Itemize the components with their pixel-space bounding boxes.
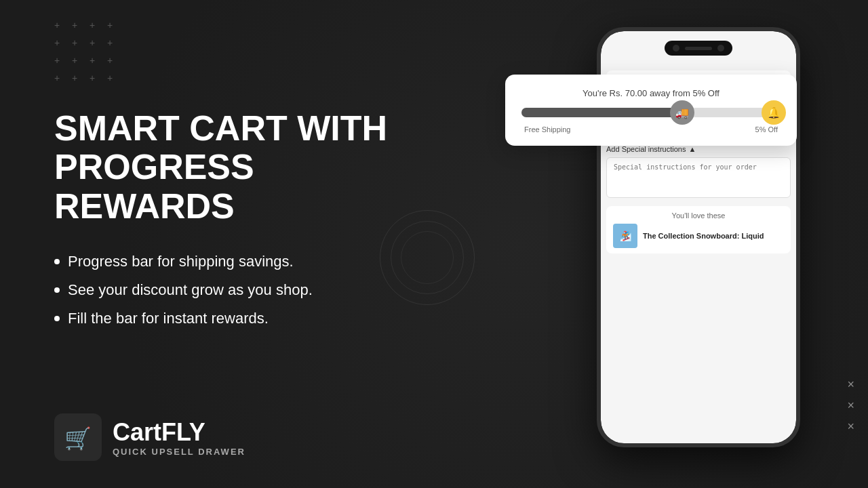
label-five-percent: 5% Off: [755, 125, 778, 134]
front-camera: [673, 45, 679, 52]
logo-name: CartFLY: [113, 418, 245, 447]
bullet-dot: [54, 316, 60, 321]
upsell-title: You'll love these: [613, 211, 784, 220]
feature-list: Progress bar for shipping savings. See y…: [54, 253, 434, 338]
svg-text:🛒: 🛒: [64, 426, 92, 451]
upsell-item-name: The Collection Snowboard: Liquid: [643, 232, 764, 240]
upsell-item: 🏂 The Collection Snowboard: Liquid: [613, 224, 784, 248]
list-item: Progress bar for shipping savings.: [54, 253, 434, 270]
bullet-dot: [54, 259, 60, 264]
speaker: [685, 47, 712, 50]
close-icon-3[interactable]: ×: [847, 420, 854, 434]
bullet-dot: [54, 287, 60, 293]
right-panel: You're Rs. 70.00 away from 5% Off 🚚 🔔 Fr…: [434, 0, 868, 488]
special-instructions-textarea[interactable]: [606, 157, 791, 198]
bell-icon: 🔔: [762, 100, 786, 125]
truck-icon: 🚚: [670, 100, 694, 125]
list-item: Fill the bar for instant rewards.: [54, 310, 434, 327]
special-instructions-toggle[interactable]: Add Special instructions ▲: [606, 145, 791, 153]
close-icon-2[interactable]: ×: [847, 399, 854, 413]
progress-message: You're Rs. 70.00 away from 5% Off: [521, 88, 781, 98]
logo-tagline: QUICK UPSELL DRAWER: [113, 447, 245, 457]
page-title: SMART CART WITH PROGRESS REWARDS: [54, 109, 434, 226]
phone-notch: [665, 41, 732, 56]
list-item: See your discount grow as you shop.: [54, 281, 434, 299]
upsell-section: You'll love these 🏂 The Collection Snowb…: [606, 206, 791, 253]
progress-labels: Free Shipping 5% Off: [521, 125, 781, 134]
cart-logo-icon: 🛒: [54, 413, 102, 461]
upsell-item-image: 🏂: [613, 224, 637, 248]
progress-card: You're Rs. 70.00 away from 5% Off 🚚 🔔 Fr…: [505, 75, 797, 146]
close-icons: × × ×: [847, 378, 854, 434]
close-icon-1[interactable]: ×: [847, 378, 854, 392]
label-free-shipping: Free Shipping: [524, 125, 571, 134]
face-sensor: [717, 45, 724, 52]
progress-bar: 🚚 🔔: [521, 108, 781, 117]
chevron-up-icon: ▲: [688, 145, 696, 153]
logo-text: CartFLY QUICK UPSELL DRAWER: [113, 418, 245, 457]
progress-fill: [521, 108, 682, 117]
logo-area: 🛒 CartFLY QUICK UPSELL DRAWER: [54, 413, 245, 461]
